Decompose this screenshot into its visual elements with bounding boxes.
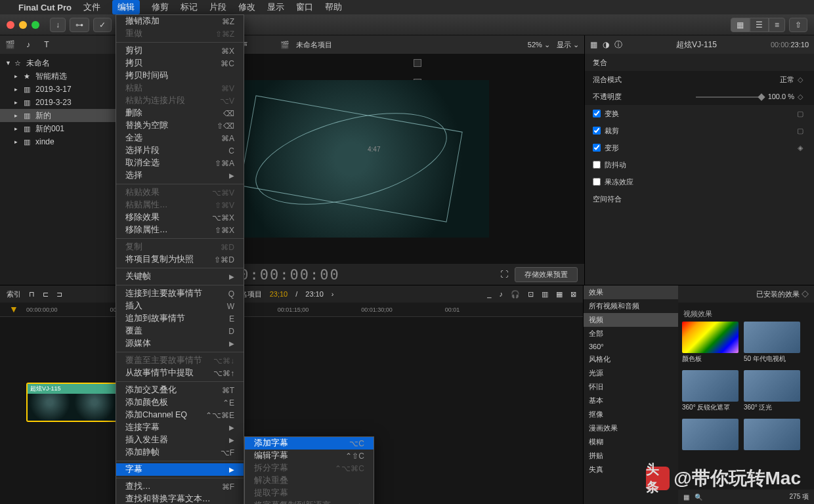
menu-edit[interactable]: 编辑 xyxy=(112,0,140,14)
fx-cat[interactable]: 抠像 xyxy=(584,408,678,421)
transform-checkbox[interactable] xyxy=(593,110,601,117)
menu-item[interactable]: 拷贝时间码 xyxy=(116,70,244,82)
crop-checkbox[interactable] xyxy=(593,127,601,135)
distort-checkbox[interactable] xyxy=(593,144,601,152)
fx-cat[interactable]: 模糊 xyxy=(584,435,678,449)
menu-item[interactable]: 替换为空隙⇧⌫ xyxy=(116,119,244,132)
menu-item[interactable]: 移除效果⌥⌘X xyxy=(116,211,244,224)
fx-item[interactable] xyxy=(744,419,800,453)
fx-thumb-size-icon[interactable]: ▦ xyxy=(683,494,689,501)
library-item-selected[interactable]: ▸▥新的 xyxy=(0,109,118,122)
menu-item[interactable]: 添加颜色板⌃E xyxy=(116,396,244,409)
close-window[interactable] xyxy=(7,21,14,29)
installed-effects-select[interactable]: 已安装的效果 ◇ xyxy=(756,289,809,299)
fx-item[interactable] xyxy=(682,419,739,453)
menu-help[interactable]: 帮助 xyxy=(325,1,342,13)
fx-cat-selected[interactable]: 视频 xyxy=(584,313,678,327)
titles-tab-icon[interactable]: T xyxy=(41,39,53,51)
video-inspector-icon[interactable]: ▦ xyxy=(590,40,597,49)
inspector-blend-mode[interactable]: 混合模式正常◇ xyxy=(585,71,814,88)
inspector-transform[interactable]: 变换▢ xyxy=(585,105,814,122)
fx-cat[interactable]: 360° xyxy=(584,341,678,352)
menu-clip[interactable]: 片段 xyxy=(209,1,226,13)
tl-fx-icon[interactable]: ▦ xyxy=(556,290,563,299)
fx-item[interactable]: 360° 反锐化遮罩 xyxy=(682,370,739,413)
menu-item[interactable]: 源媒体▶ xyxy=(116,337,244,350)
disclosure-icon[interactable]: ▼ xyxy=(5,60,12,66)
fx-search-icon[interactable]: 🔍 xyxy=(695,494,702,501)
playhead-icon[interactable]: ▼ xyxy=(9,304,18,314)
connect-icon[interactable]: ⊓ xyxy=(29,290,35,299)
fx-cat[interactable]: 全部 xyxy=(584,327,678,341)
history-fwd-icon[interactable]: › xyxy=(332,290,334,298)
minimize-window[interactable] xyxy=(19,21,27,29)
timecode-display[interactable]: 00:00:00:00 xyxy=(230,266,340,283)
ws-timeline[interactable]: ☰ xyxy=(750,18,769,32)
fx-cat[interactable]: 怀旧 xyxy=(584,380,678,394)
save-effect-preset-button[interactable]: 存储效果预置 xyxy=(515,267,578,282)
fx-cat[interactable]: 漫画效果 xyxy=(584,421,678,435)
timeline-ruler[interactable]: ▼ 00:00:00;00 00:00:45;00 00:01:00;00 00… xyxy=(0,303,583,317)
library-tab-icon[interactable]: 🎬 xyxy=(4,39,16,51)
menu-view[interactable]: 显示 xyxy=(267,1,284,13)
rolling-checkbox[interactable] xyxy=(593,178,601,186)
menu-item[interactable]: 字幕▶ xyxy=(116,463,244,476)
menu-item[interactable]: 剪切⌘X xyxy=(116,45,244,57)
menu-item[interactable]: 追加到故事情节E xyxy=(116,312,244,325)
menu-mark[interactable]: 标记 xyxy=(181,1,198,13)
fx-cat[interactable]: 光源 xyxy=(584,366,678,380)
fx-cat[interactable]: 风格化 xyxy=(584,352,678,366)
ws-inspector[interactable]: ≡ xyxy=(769,18,785,32)
library-item[interactable]: ▸▥xinde xyxy=(0,135,118,148)
fx-item[interactable]: 颜色板 xyxy=(682,322,739,365)
range-check[interactable] xyxy=(414,59,421,67)
inspector-stabilize[interactable]: 防抖动 xyxy=(585,156,814,173)
ws-browser[interactable]: ▦ xyxy=(731,18,750,32)
fx-item[interactable]: 50 年代电视机 xyxy=(744,322,800,365)
tl-view-icon[interactable]: ▥ xyxy=(542,290,548,299)
menu-item[interactable]: 连接到主要故事情节Q xyxy=(116,287,244,300)
menu-item[interactable]: 查找和替换字幕文本… xyxy=(116,493,244,504)
menu-window[interactable]: 窗口 xyxy=(296,1,313,13)
menu-item[interactable]: 取消全选⇧⌘A xyxy=(116,157,244,169)
bg-tasks-button[interactable]: ✓ xyxy=(93,18,112,32)
info-inspector-icon[interactable]: ⓘ xyxy=(614,39,622,51)
keyword-button[interactable]: ⊶ xyxy=(70,18,89,32)
menu-item[interactable]: 插入发生器▶ xyxy=(116,434,244,446)
photos-tab-icon[interactable]: ♪ xyxy=(22,39,34,51)
skimming-icon[interactable]: ⎯ xyxy=(487,290,492,298)
import-button[interactable]: ↓ xyxy=(50,18,66,32)
menu-item[interactable]: 全选⌘A xyxy=(116,132,244,144)
timeline-index-button[interactable]: 索引 xyxy=(7,289,21,299)
fx-cat[interactable]: 所有视频和音频 xyxy=(584,299,678,313)
inspector-rolling[interactable]: 果冻效应 xyxy=(585,173,814,190)
menu-item[interactable]: 添加交叉叠化⌘T xyxy=(116,384,244,396)
menu-trim[interactable]: 修剪 xyxy=(152,1,169,13)
menu-item[interactable]: 从故事情节中提取⌥⌘↑ xyxy=(116,367,244,379)
share-button[interactable]: ⇧ xyxy=(789,18,807,32)
menu-item[interactable]: 添加静帧⌥F xyxy=(116,446,244,459)
zoom-window[interactable] xyxy=(32,21,39,29)
submenu-item[interactable]: 编辑字幕⌃⇧C xyxy=(245,450,374,462)
menu-item[interactable]: 连接字幕▶ xyxy=(116,421,244,434)
menu-item[interactable]: 撤销添加⌘Z xyxy=(116,15,244,28)
menu-item[interactable]: 插入W xyxy=(116,300,244,312)
stabilize-checkbox[interactable] xyxy=(593,161,601,169)
menu-item[interactable]: 选择片段C xyxy=(116,144,244,157)
snap-icon[interactable]: ⊡ xyxy=(528,290,534,299)
library-item[interactable]: ▸▥2019-3-17 xyxy=(0,83,118,96)
menu-item[interactable]: 将项目复制为快照⇧⌘D xyxy=(116,253,244,266)
library-item[interactable]: ▸▥2019-3-23 xyxy=(0,96,118,109)
menu-item[interactable]: 删除⌫ xyxy=(116,107,244,119)
menu-item[interactable]: 关键帧▶ xyxy=(116,270,244,283)
menu-item[interactable]: 拷贝⌘C xyxy=(116,57,244,70)
menu-item[interactable]: 覆盖D xyxy=(116,325,244,337)
solo-icon[interactable]: 🎧 xyxy=(511,290,520,299)
menu-modify[interactable]: 修改 xyxy=(238,1,255,13)
timeline-clip[interactable]: 超炫VJ-115 xyxy=(26,383,118,422)
library-root[interactable]: ▼ ☆ 未命名 xyxy=(0,56,118,70)
audio-skim-icon[interactable]: ♪ xyxy=(500,290,503,298)
insert-icon[interactable]: ⊏ xyxy=(43,290,49,299)
zoom-select[interactable]: 52% ⌄ xyxy=(528,41,550,49)
menu-item[interactable]: 查找…⌘F xyxy=(116,480,244,493)
